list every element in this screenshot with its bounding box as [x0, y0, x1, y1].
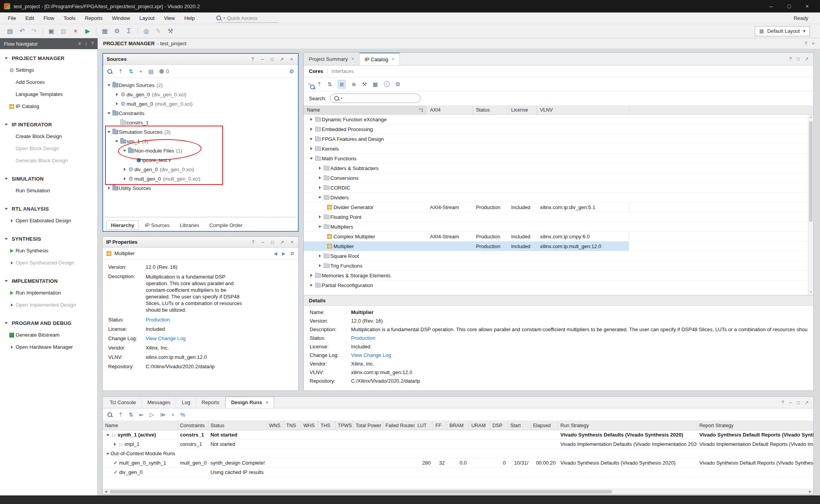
tree-item-sim-1[interactable]: sim_1(3)	[103, 137, 298, 146]
search-input[interactable]	[330, 94, 421, 103]
chevron-right-icon[interactable]	[308, 136, 314, 142]
sidebar-item-open-implemented-design[interactable]: Open Implemented Design	[0, 299, 97, 311]
tree-item-non-module-files[interactable]: Non-module Files(1)	[103, 146, 298, 155]
expand-all-icon[interactable]	[129, 412, 134, 417]
section-header[interactable]: PROGRAM AND DEBUG	[0, 317, 97, 329]
section-header[interactable]: PROJECT MANAGER	[0, 52, 97, 64]
minimize-icon[interactable]	[260, 240, 266, 245]
sum-icon[interactable]	[124, 26, 134, 36]
column-header-name[interactable]: Name^1	[304, 105, 427, 114]
run-row-synth-1[interactable]: synth_1 (active) constrs_1 Not started V…	[103, 430, 813, 440]
scroll-left-icon[interactable]	[103, 490, 109, 493]
catalog-row[interactable]: Kernels	[304, 144, 808, 154]
fast-forward-icon[interactable]	[160, 412, 166, 417]
tab-project-summary[interactable]: Project Summary	[304, 53, 360, 65]
change-log-link[interactable]: View Change Log	[351, 352, 391, 358]
section-header[interactable]: IP INTEGRATOR	[0, 119, 97, 130]
column-header[interactable]: LUT	[415, 421, 433, 430]
catalog-row[interactable]: Trig Functions	[304, 261, 808, 271]
column-header[interactable]: FF	[433, 421, 447, 430]
chevron-right-icon[interactable]	[308, 126, 314, 132]
redo-icon[interactable]	[29, 26, 39, 36]
tree-item-mult-gen-0[interactable]: mult_gen_0(mult_gen_0.xci)	[103, 99, 298, 108]
collapse-all-icon[interactable]	[118, 412, 123, 417]
add-sources-icon[interactable]	[139, 69, 142, 74]
chevron-right-icon[interactable]	[308, 146, 314, 151]
float-icon[interactable]	[805, 400, 809, 405]
help-icon[interactable]	[250, 240, 256, 245]
catalog-row[interactable]: Adders & Subtracters	[304, 163, 808, 173]
status-link[interactable]: Production	[351, 335, 375, 341]
column-header[interactable]: Run Strategy	[558, 421, 697, 430]
tab-log[interactable]: Log	[176, 397, 196, 408]
tree-item-ipcore-test-v[interactable]: ipcore_test.v	[103, 155, 298, 165]
add-ip-icon[interactable]	[351, 82, 356, 87]
catalog-row[interactable]: FPGA Features and Design	[304, 134, 808, 144]
chevron-down-icon[interactable]	[106, 110, 112, 116]
sidebar-item-run-synthesis[interactable]: Run Synthesis	[0, 245, 97, 257]
chevron-right-icon[interactable]	[114, 92, 119, 97]
tree-item-constraints[interactable]: Constraints	[103, 108, 298, 118]
menu-reports[interactable]: Reports	[80, 13, 107, 23]
gear-icon[interactable]	[289, 69, 294, 74]
close-tab-icon[interactable]	[266, 400, 268, 405]
run-row-div-gen-0[interactable]: div_gen_0 Using cached IP results	[103, 468, 813, 477]
column-header-license[interactable]: License	[508, 105, 537, 114]
search-icon[interactable]	[107, 412, 112, 417]
menu-flow[interactable]: Flow	[39, 13, 59, 23]
help-icon[interactable]	[91, 41, 94, 46]
catalog-row[interactable]: Dynamic Function eXchange	[304, 115, 808, 124]
chevron-down-icon[interactable]	[317, 224, 323, 229]
paste-icon[interactable]	[58, 26, 69, 36]
column-header[interactable]: Total Power	[353, 421, 383, 430]
catalog-row[interactable]: Conversions	[304, 173, 808, 183]
catalog-row[interactable]: CORDIC	[304, 183, 808, 193]
tree-item-utility-sources[interactable]: Utility Sources	[103, 183, 298, 193]
menu-icon[interactable]	[78, 41, 81, 46]
section-header[interactable]: IMPLEMENTATION	[0, 275, 97, 287]
flow-icon[interactable]	[100, 26, 110, 36]
collapse-all-icon[interactable]	[118, 69, 123, 74]
quick-access-search[interactable]: Quick Access	[216, 14, 278, 23]
tab-design-runs[interactable]: Design Runs	[225, 397, 274, 408]
column-header[interactable]: Start	[508, 421, 531, 430]
debug-tool-icon[interactable]	[165, 26, 176, 36]
column-header-axi4[interactable]: AXI4	[427, 105, 473, 114]
column-header[interactable]: Report Strategy	[697, 421, 813, 430]
sidebar-item-run-implementation[interactable]: Run Implementation	[0, 287, 97, 299]
status-link[interactable]: Production	[146, 317, 170, 323]
chevron-right-icon[interactable]	[308, 117, 314, 122]
menu-view[interactable]: View	[159, 13, 180, 23]
sidebar-item-ip-catalog[interactable]: IP Catalog	[0, 100, 97, 112]
help-icon[interactable]	[789, 57, 792, 61]
sidebar-item-open-elaborated-design[interactable]: Open Elaborated Design	[0, 215, 97, 227]
column-header[interactable]: DSP	[490, 421, 508, 430]
chevron-right-icon[interactable]	[122, 167, 127, 172]
horizontal-scrollbar[interactable]	[103, 489, 813, 494]
reset-runs-icon[interactable]	[139, 412, 144, 417]
file-icon[interactable]	[148, 69, 153, 74]
float-icon[interactable]	[279, 57, 285, 62]
column-header[interactable]: BRAM	[447, 421, 469, 430]
minimize-icon[interactable]	[260, 57, 265, 62]
catalog-row-complex-multiplier[interactable]: Complex Multiplier AXI4-Stream Productio…	[304, 232, 808, 241]
close-icon[interactable]	[289, 57, 294, 62]
scroll-up-icon[interactable]	[808, 115, 813, 120]
collapse-all-icon[interactable]	[317, 82, 322, 87]
chevron-right-icon[interactable]	[317, 253, 323, 259]
sidebar-item-open-synthesized-design[interactable]: Open Synthesized Design	[0, 257, 97, 269]
sources-panel-header[interactable]: Sources	[103, 54, 298, 65]
chevron-down-icon[interactable]	[114, 138, 119, 144]
catalog-row-multiplier-selected[interactable]: Multiplier Production Included xilinx.co…	[304, 241, 808, 251]
layout-selector[interactable]: Default Layout	[755, 26, 810, 36]
progress-icon[interactable]	[180, 412, 185, 417]
menu-edit[interactable]: Edit	[21, 13, 39, 23]
tree-item-div-gen-0[interactable]: div_gen_0(div_gen_0.xci)	[103, 90, 298, 99]
close-button[interactable]	[798, 0, 816, 12]
taxonomy-view-icon[interactable]	[339, 82, 344, 87]
maximize-icon[interactable]	[270, 240, 275, 245]
menu-layout[interactable]: Layout	[135, 13, 159, 23]
details-header[interactable]: Details	[304, 295, 813, 306]
customize-ip-icon[interactable]	[362, 82, 367, 87]
tree-item-constrs-1[interactable]: constrs_1	[103, 118, 298, 127]
